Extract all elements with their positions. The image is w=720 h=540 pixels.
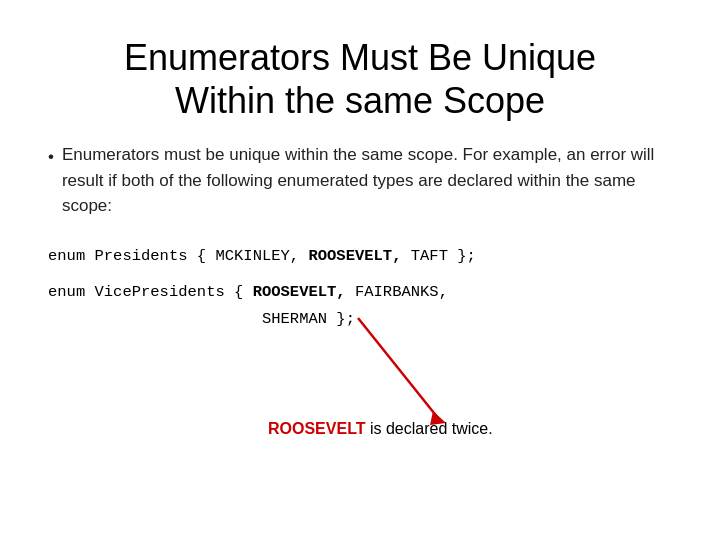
code-line-2: enum VicePresidents { ROOSEVELT, FAIRBAN… bbox=[48, 279, 672, 305]
bullet-item: • Enumerators must be unique within the … bbox=[48, 142, 672, 219]
code-section: enum Presidents { MCKINLEY, ROOSEVELT, T… bbox=[48, 243, 672, 438]
slide: Enumerators Must Be Unique Within the sa… bbox=[0, 0, 720, 540]
code-line1-suffix: TAFT }; bbox=[401, 247, 475, 265]
error-label: ROOSEVELT is declared twice. bbox=[48, 420, 672, 438]
code-line1-bold: ROOSEVELT, bbox=[308, 247, 401, 265]
code-line-1: enum Presidents { MCKINLEY, ROOSEVELT, T… bbox=[48, 243, 672, 269]
code-line1-prefix: enum Presidents { MCKINLEY, bbox=[48, 247, 308, 265]
bullet-dot: • bbox=[48, 144, 54, 170]
code-indent bbox=[48, 310, 262, 328]
bullet-section: • Enumerators must be unique within the … bbox=[48, 142, 672, 219]
error-label-text: is declared twice. bbox=[366, 420, 493, 437]
code-line2-bold: ROOSEVELT, bbox=[253, 283, 346, 301]
error-label-highlight: ROOSEVELT bbox=[268, 420, 366, 437]
code-line2b-text: SHERMAN }; bbox=[262, 310, 355, 328]
slide-title: Enumerators Must Be Unique Within the sa… bbox=[48, 36, 672, 122]
code-line2-suffix: FAIRBANKS, bbox=[346, 283, 448, 301]
bullet-text: Enumerators must be unique within the sa… bbox=[62, 142, 672, 219]
code-line2-prefix: enum VicePresidents { bbox=[48, 283, 253, 301]
code-line-2b: SHERMAN }; bbox=[48, 306, 672, 332]
